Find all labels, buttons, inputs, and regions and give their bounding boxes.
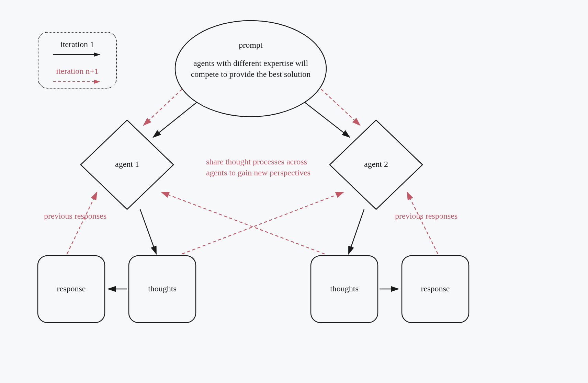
response2-label: response (402, 283, 469, 294)
legend-box: iteration 1 iteration n+1 (38, 32, 117, 89)
response1-label: response (38, 283, 105, 294)
arrow-agent1-thoughts1 (140, 209, 156, 254)
arrow-prompt-agent1 (153, 102, 197, 137)
arrow-thoughts2-agent1 (161, 192, 325, 254)
arrow-solid-icon (52, 51, 103, 58)
arrow-agent2-thoughts2 (349, 209, 364, 254)
arrow-thoughts1-agent2 (182, 192, 343, 254)
legend-row-iteration-n1: iteration n+1 (42, 66, 113, 85)
thoughts2-label: thoughts (311, 283, 378, 294)
legend-label-iteration-n1: iteration n+1 (56, 66, 99, 77)
legend-label-iteration-1: iteration 1 (60, 39, 94, 50)
agent1-label: agent 1 (106, 159, 148, 170)
arrow-agent2-prompt (321, 89, 360, 125)
previous-responses-left-label: previous responses (44, 210, 123, 221)
arrow-response1-agent1 (67, 192, 97, 254)
legend-row-iteration-1: iteration 1 (42, 39, 113, 58)
prompt-body: agents with different expertise will com… (191, 58, 311, 80)
thoughts1-label: thoughts (129, 283, 196, 294)
arrow-dashed-icon (52, 78, 103, 85)
prompt-title: prompt (192, 39, 309, 50)
arrow-agent1-prompt (144, 89, 182, 125)
arrow-response2-agent2 (407, 192, 438, 254)
previous-responses-right-label: previous responses (395, 210, 474, 221)
arrow-prompt-agent2 (305, 102, 350, 137)
agent2-label: agent 2 (355, 159, 397, 170)
share-thoughts-label: share thought processes across agents to… (206, 156, 319, 178)
